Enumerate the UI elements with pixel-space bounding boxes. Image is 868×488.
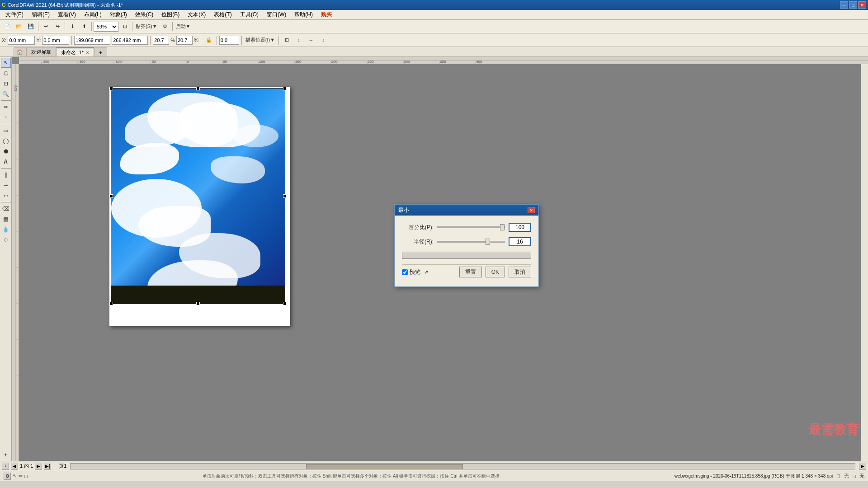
dimension-tool-btn[interactable]: ⇿ (1, 191, 11, 201)
smart-draw-btn[interactable]: ⌇ (1, 113, 11, 122)
scale-y-input[interactable] (176, 36, 193, 45)
snap-button[interactable]: 贴齐(S)▼ (134, 21, 159, 32)
options-button[interactable]: ⚙ (160, 21, 170, 32)
open-button[interactable]: 📂 (14, 21, 24, 32)
node-tool-btn[interactable]: ⬡ (1, 68, 11, 78)
add-page-btn[interactable]: + (2, 463, 9, 470)
handle-tc[interactable] (196, 87, 200, 90)
radius-input[interactable] (509, 237, 531, 246)
last-page-btn[interactable]: ▶| (44, 463, 51, 470)
x-input[interactable] (8, 36, 35, 45)
lock-ratio-btn[interactable]: 🔒 (203, 35, 214, 46)
sep3 (241, 36, 242, 45)
connector-tool-btn[interactable]: ⊸ (1, 180, 11, 190)
percentage-input[interactable] (509, 223, 531, 232)
fill-tool-btn[interactable]: ▦ (1, 214, 11, 224)
preview-checkbox[interactable] (402, 269, 408, 275)
handle-bl[interactable] (109, 302, 113, 305)
add-tool-btn[interactable]: + (1, 450, 11, 460)
flip-h-btn[interactable]: ↔ (306, 35, 316, 46)
menu-edit[interactable]: 编辑(E) (28, 10, 53, 19)
start-button[interactable]: 启动▼ (175, 21, 192, 32)
welcome-tab[interactable]: 欢迎屏幕 (26, 47, 56, 56)
titlebar: C CorelDRAW 2021 (64-Bit 试用期限到期) - 未命名 -… (0, 0, 868, 10)
menu-effects[interactable]: 效果(C) (132, 10, 157, 19)
tab-close-icon[interactable]: ✕ (85, 50, 89, 55)
handle-ml[interactable] (109, 194, 113, 198)
cancel-button[interactable]: 取消 (509, 267, 531, 277)
radius-slider-thumb[interactable] (486, 239, 490, 245)
ellipse-tool-btn[interactable]: ◯ (1, 136, 11, 146)
export-button[interactable]: ⬆ (79, 21, 90, 32)
menu-file[interactable]: 文件(E) (2, 10, 27, 19)
menu-view[interactable]: 查看(V) (54, 10, 80, 19)
angle-input[interactable] (219, 36, 239, 45)
menu-bitmap[interactable]: 位图(B) (158, 10, 183, 19)
menu-object[interactable]: 对象(J) (106, 10, 131, 19)
height-input[interactable] (112, 36, 148, 45)
menu-text[interactable]: 文本(X) (184, 10, 209, 19)
canvas-area[interactable]: -200 -150 -100 -50 0 50 100 150 200 250 … (12, 57, 868, 461)
width-input[interactable] (74, 36, 110, 45)
close-button[interactable]: ✕ (858, 1, 866, 9)
eraser-tool-btn[interactable]: ⌫ (1, 204, 11, 214)
percentage-slider-thumb[interactable] (500, 224, 505, 230)
freehand-tool-btn[interactable]: ✏ (1, 102, 11, 112)
zoom-to-fit[interactable]: ⊡ (119, 21, 130, 32)
canvas-content[interactable]: 最需教育 最小 ✕ 百分比(P): (19, 64, 868, 461)
prev-page-btn[interactable]: ◀ (11, 463, 18, 470)
menu-window[interactable]: 窗口(W) (263, 10, 290, 19)
next-page-btn[interactable]: ▶ (35, 463, 42, 470)
add-tab[interactable]: + (94, 47, 107, 56)
y-input[interactable] (42, 36, 69, 45)
rectangle-tool-btn[interactable]: ▭ (1, 126, 11, 136)
scale-x-input[interactable] (153, 36, 169, 45)
flip-v-btn[interactable]: ↕ (318, 35, 329, 46)
selected-image[interactable] (111, 88, 285, 304)
page-label: 页1 (59, 463, 66, 469)
menu-help[interactable]: 帮助(H) (291, 10, 316, 19)
settings-btn[interactable]: ⚙ (4, 473, 11, 480)
undo-button[interactable]: ↩ (40, 21, 51, 32)
transform-btn[interactable]: ↕ (293, 35, 304, 46)
handle-tl[interactable] (109, 87, 113, 90)
ok-button[interactable]: OK (486, 267, 505, 277)
new-button[interactable]: 📄 (2, 21, 13, 32)
document-tab[interactable]: 未命名 -1* ✕ (56, 47, 94, 56)
minimize-button[interactable]: ─ (840, 1, 848, 9)
text-tool-btn[interactable]: A (1, 157, 11, 167)
arrow-tool-btn[interactable]: ↖ (1, 58, 11, 68)
scroll-thumb-h[interactable] (306, 464, 463, 469)
dropper-tool-btn[interactable]: 💧 (1, 225, 11, 235)
percentage-slider[interactable] (437, 226, 505, 228)
parallel-tool-btn[interactable]: ∥ (1, 170, 11, 180)
scroll-right-btn[interactable]: ▶ (859, 463, 866, 470)
blend-tool-btn[interactable]: ⬡ (1, 235, 11, 245)
handle-bc[interactable] (196, 302, 200, 305)
pencil-icon: ✏ (19, 473, 23, 479)
import-button[interactable]: ⬇ (67, 21, 78, 32)
home-tab[interactable]: 🏠 (14, 47, 26, 56)
handle-mr[interactable] (283, 194, 287, 198)
external-link-icon[interactable]: ↗ (424, 269, 428, 275)
handle-br[interactable] (283, 302, 287, 305)
menu-buy[interactable]: 购买 (317, 10, 335, 19)
align-btn[interactable]: ⊞ (281, 35, 292, 46)
zoom-select[interactable]: 59% 100% 75% 50% (94, 22, 118, 32)
radius-slider[interactable] (437, 241, 505, 243)
crop-tool-btn[interactable]: ⊡ (1, 79, 11, 89)
menu-layout[interactable]: 布局(L) (80, 10, 105, 19)
maximize-button[interactable]: □ (849, 1, 857, 9)
menu-tools[interactable]: 工具(O) (236, 10, 262, 19)
trace-position-btn[interactable]: 描摹位置(I)▼ (244, 35, 276, 46)
reset-button[interactable]: 重置 (459, 267, 482, 277)
dialog-close-button[interactable]: ✕ (528, 207, 535, 213)
zoom-tool-btn[interactable]: 🔍 (1, 89, 11, 99)
save-button[interactable]: 💾 (25, 21, 36, 32)
horizontal-scrollbar[interactable] (70, 463, 855, 469)
menu-table[interactable]: 表格(T) (210, 10, 235, 19)
handle-tr[interactable] (283, 87, 287, 90)
ruler-horizontal: -200 -150 -100 -50 0 50 100 150 200 250 … (19, 57, 868, 64)
redo-button[interactable]: ↪ (52, 21, 63, 32)
polygon-tool-btn[interactable]: ⬟ (1, 146, 11, 156)
